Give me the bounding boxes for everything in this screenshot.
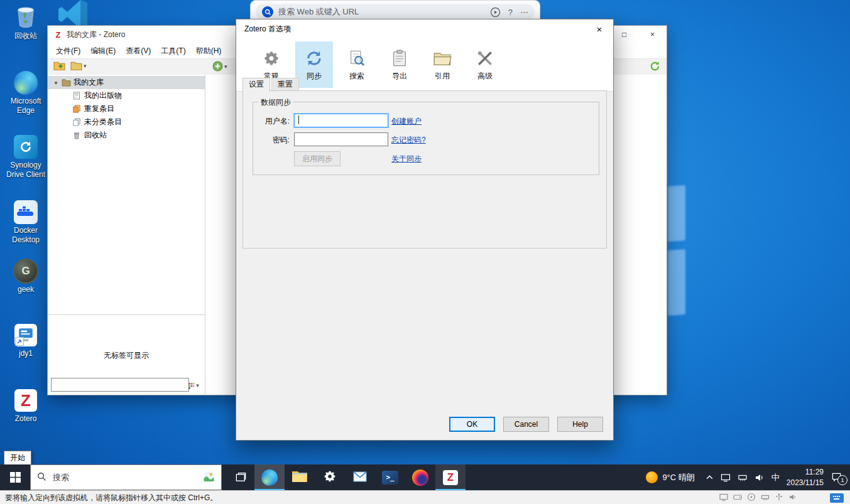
search-highlights-icon[interactable] [203, 471, 215, 485]
collection-trash[interactable]: 回收站 [48, 129, 205, 142]
collection-unfiled-items[interactable]: 未分类条目 [48, 115, 205, 129]
taskbar-settings-button[interactable] [315, 464, 345, 490]
password-input[interactable] [294, 132, 388, 146]
taskbar-weather[interactable]: 9°C 晴朗 [642, 471, 698, 483]
help-icon[interactable]: ? [508, 8, 513, 17]
shortcut-arrow-icon [15, 337, 24, 346]
desktop-icon-recycle-bin[interactable]: 回收站 [3, 5, 49, 41]
menu-edit[interactable]: 编辑(E) [85, 44, 121, 58]
tag-filter-input[interactable] [51, 378, 189, 392]
prefs-nav-export[interactable]: 导出 [381, 41, 418, 88]
clock-time: 11:29 [787, 467, 824, 477]
taskbar-search-box[interactable]: 搜索 [30, 464, 222, 490]
data-sync-groupbox: 数据同步 用户名: 创建账户 密码: 忘记密码? 启用同步 关于同步 [253, 102, 599, 175]
dialog-close-button[interactable]: × [586, 19, 613, 38]
recycle-bin-icon [13, 5, 38, 30]
tray-overflow-chevron[interactable] [706, 473, 714, 481]
taskbar-firefox-button[interactable] [405, 464, 435, 490]
password-label: 密码: [258, 135, 290, 146]
edge-icon [13, 70, 38, 95]
desktop-icon-jdy1[interactable]: jdy1 [3, 323, 49, 358]
username-input[interactable] [294, 114, 388, 127]
collection-my-library[interactable]: ▾ 我的文库 [48, 76, 205, 89]
menu-help[interactable]: 帮助(H) [191, 44, 227, 58]
expand-arrow-icon[interactable]: ▾ [52, 80, 60, 86]
jdy1-icon [13, 323, 38, 348]
start-button[interactable] [0, 464, 30, 490]
vm-status-bar: 要将输入定向到该虚拟机，请将鼠标指针移入其中或按 Ctrl+G。 [0, 490, 850, 504]
tag-color-menu-button[interactable]: ▾ [185, 379, 202, 392]
create-account-link[interactable]: 创建账户 [391, 116, 422, 127]
network-tray-icon[interactable] [738, 473, 748, 483]
volume-tray-icon[interactable] [755, 473, 765, 483]
about-sync-link[interactable]: 关于同步 [391, 154, 422, 164]
vm-display-icon[interactable] [719, 493, 728, 503]
desktop-icon-geek[interactable]: G geek [3, 259, 49, 294]
trash-icon [71, 131, 82, 139]
firefox-icon [412, 469, 428, 486]
search-box-text: 搜索 [53, 472, 203, 483]
edge-address-bar[interactable]: 搜索 Web 或键入 URL ? ⋯ [256, 4, 535, 20]
taskbar-mail-button[interactable] [345, 464, 375, 490]
prefs-nav-cite[interactable]: 引用 [423, 41, 461, 88]
taskbar-edge-button[interactable] [254, 464, 285, 490]
vm-cd-icon[interactable] [747, 493, 756, 503]
gear-icon [323, 469, 337, 485]
new-collection-button[interactable] [53, 61, 65, 70]
dialog-title: Zotero 首选项 [244, 24, 291, 35]
desktop-icon-zotero[interactable]: Z Zotero [3, 388, 49, 424]
sync-button[interactable] [650, 61, 660, 72]
help-button[interactable]: Help [557, 417, 603, 432]
vm-hdd-icon[interactable] [733, 493, 742, 503]
enable-sync-button[interactable]: 启用同步 [294, 151, 341, 166]
dialog-title-bar[interactable]: Zotero 首选项 [236, 19, 613, 38]
desktop-icon-microsoft-edge[interactable]: Microsoft Edge [3, 70, 49, 115]
cancel-button[interactable]: Cancel [503, 417, 549, 432]
sync-arrows-icon [305, 48, 324, 69]
menu-view[interactable]: 查看(V) [121, 44, 156, 58]
tools-icon [476, 48, 494, 69]
forgot-password-link[interactable]: 忘记密码? [391, 135, 426, 146]
vm-network-icon[interactable] [761, 493, 770, 503]
username-label: 用户名: [258, 116, 290, 127]
library-lookup-button[interactable]: ▾ [70, 61, 87, 70]
action-center-button[interactable]: 1 [831, 471, 845, 483]
collection-duplicate-items[interactable]: 重复条目 [48, 102, 205, 115]
ime-indicator[interactable]: 中 [771, 472, 780, 483]
zotero-app-icon: Z [53, 30, 63, 40]
prefs-nav-search[interactable]: 搜索 [338, 41, 376, 88]
display-tray-icon[interactable] [721, 473, 731, 483]
tab-reset[interactable]: 重置 [271, 78, 299, 90]
desktop-icon-synology-drive[interactable]: Synology Drive Client [3, 134, 49, 180]
prefs-nav-sync[interactable]: 同步 [295, 41, 333, 88]
unfiled-icon [71, 118, 82, 126]
library-folder-icon [60, 78, 72, 87]
taskbar-file-explorer-button[interactable] [285, 464, 315, 490]
prefs-nav-advanced[interactable]: 高级 [466, 41, 504, 88]
maximize-button[interactable]: □ [610, 26, 638, 43]
address-bar-text: 搜索 Web 或键入 URL [278, 6, 482, 18]
vm-keyboard-icon[interactable] [830, 493, 844, 503]
new-item-button[interactable]: ▾ [212, 61, 227, 72]
taskbar-powershell-button[interactable]: >_ [375, 464, 405, 490]
taskbar-zotero-button[interactable]: Z [435, 464, 466, 490]
prefs-tab-strip: 设置 重置 [242, 78, 300, 92]
vm-sound-icon[interactable] [788, 493, 797, 503]
vm-device-icons [719, 493, 844, 503]
mail-icon [352, 469, 368, 485]
task-view-button[interactable] [227, 464, 254, 490]
tab-settings[interactable]: 设置 [242, 78, 270, 92]
read-aloud-icon[interactable] [490, 7, 501, 18]
close-button[interactable]: × [638, 26, 667, 43]
tag-selector-pane: 无标签可显示 ▾ [48, 314, 205, 395]
menu-file[interactable]: 文件(F) [51, 44, 85, 58]
desktop-icon-docker-desktop[interactable]: Docker Desktop [3, 200, 49, 245]
menu-tools[interactable]: 工具(T) [156, 44, 190, 58]
vm-usb-icon[interactable] [775, 493, 783, 503]
collection-my-publications[interactable]: 我的出版物 [48, 89, 205, 102]
ok-button[interactable]: OK [449, 417, 495, 432]
synology-drive-icon [13, 134, 38, 159]
taskbar-clock[interactable]: 11:29 2023/11/15 [787, 467, 824, 487]
powershell-icon: >_ [382, 471, 398, 485]
more-options-icon[interactable]: ⋯ [520, 8, 528, 17]
